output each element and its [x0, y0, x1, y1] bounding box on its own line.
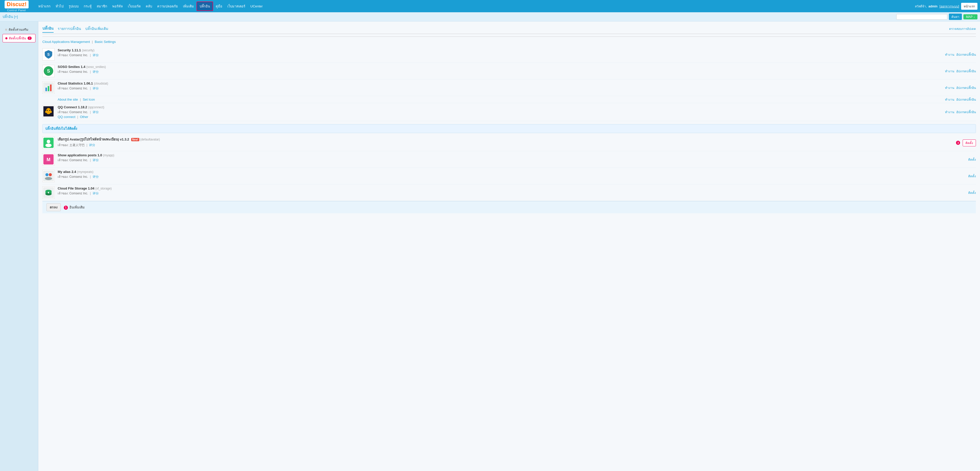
install-link-myapp[interactable]: ติดตั้ง [968, 157, 976, 162]
operate-link-about[interactable]: ทำงาน [945, 97, 954, 102]
top-navigation: Discuz! Control Panel หน้าแรก ทั่วไป รูป… [0, 0, 980, 12]
plugin-row-cloudstat: Cloud Statistics 1.06.1 (cloudstat) เจ้า… [42, 80, 976, 96]
plugin-row-soso: S SOSO Smilies 1.4 (soso_smilies) เจ้าขอ… [42, 63, 976, 80]
nav-item-help[interactable]: คู่มือ [213, 2, 225, 11]
upgrade-link-about[interactable]: อัปเกรดปลั๊กอิน [956, 97, 976, 102]
plugin-icon-security: S [42, 48, 55, 61]
dot-icon [5, 29, 7, 30]
operate-link-qqconnect[interactable]: ทำงาน [945, 110, 954, 115]
tab-plugin-list[interactable]: รายการปลั๊กอิน [58, 25, 81, 32]
plugin-row-qqconnect: QQ Connect 1.18.2 (qqconnect) เจ้าของ: C… [42, 103, 976, 121]
svg-point-12 [50, 111, 52, 113]
svg-point-11 [45, 111, 47, 113]
breadcrumb-add[interactable]: [+] [14, 15, 18, 19]
plugin-actions-about: ทำงาน อัปเกรดปลั๊กอิน [945, 97, 976, 102]
plugin-owner-security: เจ้าของ: Comsenz Inc. | 评分 [58, 53, 945, 57]
main-content: ปลั๊กอิน รายการปลั๊กอิน ปลั๊กอินเพิ่มเติ… [38, 21, 980, 471]
nav-item-general[interactable]: ทั่วไป [53, 2, 66, 11]
update-check-link[interactable]: ตรวจสอบการอัปเดต [949, 26, 976, 31]
upgrade-link-qqconnect[interactable]: อัปเกรดปลั๊กอิน [956, 110, 976, 115]
nav-item-plugins[interactable]: ปลั๊กอิน [197, 2, 213, 11]
plugin-actions-cloudstat: ทำงาน อัปเกรดปลั๊กอิน [945, 85, 976, 90]
secondary-navigation: ปลั๊กอิน [+] ค้นหา MAP ↓ [0, 12, 980, 21]
dot-active-icon [5, 37, 7, 39]
tab-extra-plugins[interactable]: ปลั๊กอินเพิ่มเติม [85, 25, 108, 32]
avatar-icon [43, 138, 54, 148]
nav-item-addons[interactable]: เพิ่มเติม [180, 2, 197, 11]
plugin-owner-myrepeats: เจ้าของ: Comsenz Inc. | 评分 [58, 174, 968, 179]
plugin-name-defaultavatar: เลือกรูป Avatar(รูปโปรไฟล์หน้าลงทะเบียน)… [58, 137, 956, 142]
sidebar-item-install-plugins[interactable]: ติดตั้งปลั๊กอิน 2 [3, 34, 35, 42]
tab-bar: ปลั๊กอิน รายการปลั๊กอิน ปลั๊กอินเพิ่มเติ… [42, 24, 976, 34]
search-input[interactable] [896, 14, 947, 20]
plugin-info-security: Security 1.11.1 (security) เจ้าของ: Coms… [58, 48, 945, 57]
plugin-owner-cloudstat: เจ้าของ: Comsenz Inc. | 评分 [58, 86, 945, 91]
plugin-row-security: S Security 1.11.1 (security) เจ้าของ: Co… [42, 46, 976, 63]
num-badge-1: 1 [64, 206, 68, 210]
other-link[interactable]: Other [80, 115, 88, 119]
alias-icon [43, 171, 54, 181]
plugin-name-soso: SOSO Smilies 1.4 (soso_smilies) [58, 65, 945, 69]
plugin-actions-myapp: ติดตั้ง [968, 157, 976, 162]
plugin-name-xfstorage: Cloud File Storage 1.04 (xf_storage) [58, 187, 968, 190]
search-button[interactable]: ค้นหา [949, 14, 962, 20]
cloudstat-icon [43, 83, 54, 93]
set-icon-link[interactable]: Set Icon [83, 97, 95, 101]
upgrade-link-security[interactable]: อัปเกรดปลั๊กอิน [956, 52, 976, 57]
svg-point-20 [49, 173, 52, 176]
nav-item-board[interactable]: เว็บบอร์ด [125, 2, 143, 11]
plugin-actions-qqconnect: ทำงาน อัปเกรดปลั๊กอิน [945, 110, 976, 115]
install-button-defaultavatar[interactable]: ติดตั้ง [963, 139, 976, 146]
plugin-info-defaultavatar: เลือกรูป Avatar(รูปโปรไฟล์หน้าลงทะเบียน)… [58, 137, 956, 147]
operate-link-security[interactable]: ทำงาน [945, 52, 954, 57]
cloud-section-links: Cloud Applications Management | Basic Se… [42, 40, 976, 44]
plugin-name-qqconnect: QQ Connect 1.18.2 (qqconnect) [58, 105, 945, 109]
plugin-actions-myrepeats: ติดตั้ง [968, 174, 976, 179]
not-installed-header: ปลั๊กอินที่ยังไม่ได้ติดตั้ง [42, 124, 976, 133]
plugin-info-myapp: Show applications posts 1.0 (myapp) เจ้า… [58, 153, 968, 163]
upgrade-link-soso[interactable]: อัปเกรดปลั๊กอิน [956, 69, 976, 73]
plugin-actions-xfstorage: ติดตั้ง [968, 190, 976, 195]
install-link-xfstorage[interactable]: ติดตั้ง [968, 190, 976, 195]
more-plugins-text: 1 อินเพิ่มเติม [64, 204, 85, 210]
nav-item-portal[interactable]: พอร์ทัล [110, 2, 125, 11]
front-page-button[interactable]: หน้าแรก [961, 3, 977, 10]
bottom-bar: ตกลง 1 อินเพิ่มเติม [42, 201, 976, 213]
operate-link-soso[interactable]: ทำงาน [945, 69, 954, 73]
logo: Discuz! [5, 0, 29, 8]
plugin-sub-links-qqconnect: QQ connect | Other [58, 115, 945, 119]
basic-settings-link[interactable]: Basic Settings [95, 40, 116, 44]
nav-item-ucenter[interactable]: UCenter [248, 3, 265, 10]
install-link-myrepeats[interactable]: ติดตั้ง [968, 174, 976, 179]
plugin-name-myrepeats: My alias 2.4 (myrepeats) [58, 170, 968, 174]
tab-plugins[interactable]: ปลั๊กอิน [42, 24, 54, 33]
svg-rect-5 [48, 86, 49, 91]
upgrade-link-cloudstat[interactable]: อัปเกรดปลั๊กอิน [956, 85, 976, 90]
cloud-applications-management-link[interactable]: Cloud Applications Management [42, 40, 90, 44]
map-button[interactable]: MAP ↓ [963, 14, 977, 19]
not-installed-title: ปลั๊กอินที่ยังไม่ได้ติดตั้ง [45, 127, 77, 131]
about-site-link[interactable]: About the site [58, 97, 78, 101]
nav-item-home[interactable]: หน้าแรก [36, 2, 53, 11]
operate-link-cloudstat[interactable]: ทำงาน [945, 85, 954, 90]
back-button[interactable]: ตกลง [46, 203, 61, 211]
qq-connect-link[interactable]: QQ connect [58, 115, 75, 119]
welcome-text: สวัสดีจ้า, admin [915, 4, 937, 9]
nav-item-webmaster[interactable]: เว็บมาสเตอร์ [225, 2, 248, 11]
soso-icon: S [43, 66, 54, 76]
myapp-icon: M [43, 154, 54, 164]
svg-point-9 [47, 110, 48, 111]
plugins-badge: 2 [27, 37, 32, 40]
logout-link[interactable]: [ออกจากระบบ] [939, 4, 959, 9]
search-area: ค้นหา MAP ↓ [896, 14, 977, 20]
breadcrumb-plugins[interactable]: ปลั๊กอิน [3, 14, 13, 19]
svg-text:S: S [47, 69, 50, 73]
nav-item-members[interactable]: สมาชิก [94, 2, 110, 11]
nav-item-template[interactable]: รูปแบบ [66, 2, 81, 11]
sidebar-item-install-addons[interactable]: ติดตั้งส่วนเสริม [3, 26, 35, 34]
nav-item-security[interactable]: ความปลอดภัย [155, 2, 180, 11]
new-badge: New! [131, 138, 139, 141]
nav-item-forum[interactable]: กระทู้ [81, 2, 94, 11]
plugin-icon-myapp: M [42, 153, 55, 166]
nav-item-club[interactable]: คลับ [143, 2, 155, 11]
